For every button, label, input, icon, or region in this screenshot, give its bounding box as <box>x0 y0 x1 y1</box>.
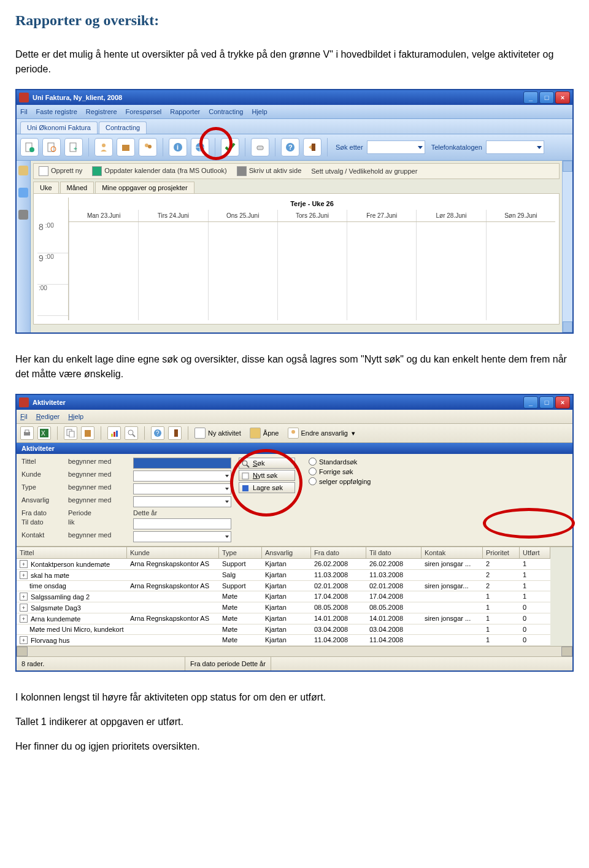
cell[interactable]: 14.01.2008 <box>366 613 422 624</box>
menu-rapporter[interactable]: Rapporter <box>170 108 200 115</box>
cell[interactable]: 1 <box>483 602 520 613</box>
oppdater-kalender[interactable]: Oppdater kalender data (fra MS Outlook) <box>92 166 226 176</box>
menu-registrere[interactable]: Registrere <box>86 108 117 115</box>
filter-value-3[interactable] <box>133 496 231 507</box>
filter-value-6[interactable] <box>133 531 231 542</box>
cell[interactable] <box>422 635 483 646</box>
table-row[interactable]: time onsdag <box>17 581 127 591</box>
maximize-button[interactable]: □ <box>539 91 554 104</box>
minimize-button[interactable]: _ <box>523 91 538 104</box>
cell[interactable]: 26.02.2008 <box>366 559 422 570</box>
sok-button[interactable]: Søk <box>239 458 295 469</box>
cell[interactable] <box>127 624 219 635</box>
cell[interactable]: 02.01.2008 <box>366 581 422 591</box>
cell[interactable]: 17.04.2008 <box>311 591 366 602</box>
zoom-icon[interactable] <box>125 426 138 440</box>
table-row[interactable]: +skal ha møte <box>17 570 127 581</box>
cell[interactable]: 0 <box>520 635 550 646</box>
sett-utvalg[interactable]: Sett utvalg / Vedlikehold av grupper <box>311 167 417 175</box>
expand-icon[interactable]: + <box>20 560 28 568</box>
cell[interactable]: Salg <box>219 570 262 581</box>
column-header[interactable]: Tittel <box>17 547 127 559</box>
scroll-up-icon[interactable] <box>563 161 572 172</box>
table-row[interactable]: Møte med Uni Micro, kundekort <box>17 624 127 635</box>
column-header[interactable]: Fra dato <box>311 547 366 559</box>
apne-button[interactable]: Åpne <box>250 428 279 439</box>
sidebar-shortcut-2[interactable] <box>18 188 28 198</box>
doc-add-icon[interactable]: + <box>64 138 83 156</box>
filter-value-2[interactable] <box>133 483 231 494</box>
column-header[interactable]: Type <box>219 547 262 559</box>
cell[interactable]: 1 <box>483 591 520 602</box>
expand-icon[interactable]: + <box>20 571 28 579</box>
cell[interactable]: 02.01.2008 <box>311 581 366 591</box>
cell[interactable] <box>127 602 219 613</box>
cell[interactable]: 1 <box>520 591 550 602</box>
cell[interactable]: 11.03.2008 <box>366 570 422 581</box>
cell[interactable]: 2 <box>483 581 520 591</box>
column-header[interactable]: Ansvarlig <box>262 547 311 559</box>
excel-icon[interactable]: X <box>37 426 51 440</box>
cell[interactable]: 11.04.2008 <box>311 635 366 646</box>
filter-value-1[interactable] <box>133 470 231 482</box>
nytt-sok-button[interactable]: Nytt søk <box>239 470 295 481</box>
cell[interactable] <box>422 591 483 602</box>
menu-hjelp[interactable]: Hjelp <box>68 413 83 420</box>
table-row[interactable]: +Arna kundemøte <box>17 613 127 624</box>
close-button[interactable]: × <box>555 396 570 409</box>
maximize-button[interactable]: □ <box>539 396 554 409</box>
cell[interactable]: 14.01.2008 <box>311 613 366 624</box>
title-bar[interactable]: Aktiviteter _ □ × <box>17 395 572 410</box>
info-icon[interactable]: i <box>169 138 187 156</box>
cell[interactable]: Møte <box>219 635 262 646</box>
cell[interactable]: 1 <box>520 559 550 570</box>
cell[interactable]: 1 <box>483 624 520 635</box>
cell[interactable]: Kjartan <box>262 570 311 581</box>
search-combo[interactable] <box>367 140 425 154</box>
cell[interactable]: 26.02.2008 <box>311 559 366 570</box>
cell[interactable]: Møte <box>219 613 262 624</box>
cell[interactable]: Arna Regnskapskontor AS <box>127 613 219 624</box>
day-sat[interactable]: Lør 28.Juni <box>416 210 485 221</box>
cell[interactable] <box>127 635 219 646</box>
cell[interactable] <box>422 602 483 613</box>
column-header[interactable]: Kontak <box>422 547 483 559</box>
cell[interactable]: Arna Regnskapskontor AS <box>127 581 219 591</box>
day-sun[interactable]: Søn 29.Juni <box>486 210 555 221</box>
table-row[interactable]: +Kontaktperson kundemøte <box>17 559 127 570</box>
table-row[interactable]: +Salgssamling dag 2 <box>17 591 127 602</box>
cell[interactable]: Møte <box>219 602 262 613</box>
cell[interactable]: 08.05.2008 <box>366 602 422 613</box>
person-icon[interactable] <box>94 138 113 156</box>
cell[interactable]: 0 <box>520 613 550 624</box>
expand-icon[interactable]: + <box>20 604 28 612</box>
doc-new-icon[interactable] <box>20 138 39 156</box>
cell[interactable] <box>127 591 219 602</box>
scroll-right-icon[interactable] <box>561 647 572 656</box>
column-header[interactable]: Utført <box>520 547 550 559</box>
cell[interactable]: 08.05.2008 <box>311 602 366 613</box>
copy-icon[interactable] <box>64 426 77 440</box>
cell[interactable]: Arna Regnskapskontor AS <box>127 559 219 570</box>
opprett-ny[interactable]: Opprett ny <box>39 166 82 176</box>
skriv-ut[interactable]: Skriv ut aktiv side <box>237 166 302 176</box>
menu-fil[interactable]: Fil <box>20 413 28 420</box>
globe-icon[interactable] <box>191 138 209 156</box>
chart-icon[interactable] <box>107 426 121 440</box>
cell[interactable]: 0 <box>520 602 550 613</box>
menu-rediger[interactable]: Rediger <box>36 413 60 420</box>
radio-standardsok[interactable]: Standardsøk <box>309 458 371 466</box>
phonecatalog-combo[interactable] <box>486 140 544 154</box>
column-header[interactable]: Til dato <box>366 547 422 559</box>
cell[interactable]: Support <box>219 581 262 591</box>
cell[interactable]: Kjartan <box>262 613 311 624</box>
column-header[interactable]: Kunde <box>127 547 219 559</box>
cell[interactable]: Support <box>219 559 262 570</box>
activities-grid[interactable]: TittelKundeTypeAnsvarligFra datoTil dato… <box>17 547 572 646</box>
expand-icon[interactable]: + <box>20 593 28 601</box>
menu-contracting[interactable]: Contracting <box>209 108 243 115</box>
exit-icon[interactable] <box>303 138 321 156</box>
cell[interactable]: Kjartan <box>262 602 311 613</box>
tab-maned[interactable]: Måned <box>60 182 94 193</box>
cell[interactable]: siren jonsgar ... <box>422 613 483 624</box>
